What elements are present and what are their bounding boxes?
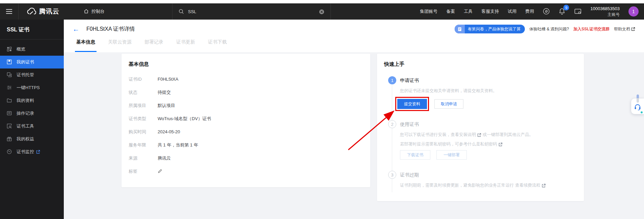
step-title: 申请证书: [400, 76, 584, 84]
tab-deploy-records[interactable]: 部署记录: [143, 39, 165, 52]
external-link-icon[interactable]: [542, 184, 546, 188]
join-group-link[interactable]: 加入SSL证书交流群: [573, 26, 610, 32]
tab-basic-info[interactable]: 基本信息: [75, 39, 97, 52]
basic-info-title: 基本信息: [122, 54, 370, 67]
step-cert-expiry: 3 证书过期 证书到期前，需要及时续费更新，避免影响您的业务正常运行 查看续费流…: [388, 171, 584, 188]
sidebar-item-operation-log[interactable]: 操作记录: [0, 107, 64, 120]
console-link[interactable]: 控制台: [84, 8, 105, 15]
tab-bar: 基本信息 关联云资源 部署记录 证书更新 证书下载: [64, 39, 644, 52]
brand-name: 腾讯云: [39, 7, 59, 16]
account-type: 主账号: [590, 12, 620, 17]
tab-associated-resources[interactable]: 关联云资源: [107, 39, 133, 52]
step-desc: 若部署时提示需要私钥密码，可参考什么是私钥密码: [400, 141, 584, 147]
download-cert-button[interactable]: 下载证书: [400, 150, 430, 160]
info-row-cert-id: 证书ID F0HLStXA: [129, 73, 370, 86]
tab-cert-download[interactable]: 证书下载: [207, 39, 228, 52]
one-click-deploy-button[interactable]: 一键部署: [436, 150, 467, 160]
quick-start-card: 快速上手 1 申请证书 您的证书还未提交相关申请资料，请提交相关资料。 提交资料…: [377, 54, 584, 201]
info-row-service-years: 服务年限 共 1 年，当前第 1 年: [129, 138, 370, 152]
nav-tools[interactable]: 工具: [464, 8, 473, 15]
grid-icon: [7, 47, 12, 52]
survey-banner[interactable]: 有奖问卷，产品体验您说了算: [455, 25, 525, 33]
float-widget-handle[interactable]: [637, 94, 639, 103]
info-row-project: 所属项目 默认项目: [129, 99, 370, 112]
annotation-highlight-box: 提交资料: [395, 97, 429, 111]
sidebar-item-my-certificates[interactable]: 我的证书: [0, 56, 64, 69]
sidebar-item-my-benefits[interactable]: 我的权益: [0, 133, 64, 145]
tencent-cloud-logo[interactable]: 腾讯云: [27, 7, 59, 16]
cloud-logo-icon: [27, 8, 36, 15]
nav-icp[interactable]: 备案: [446, 8, 455, 15]
step-title: 证书过期: [400, 171, 584, 179]
nav-billing[interactable]: 费用: [525, 8, 534, 15]
step-desc: 证书到期前，需要及时续费更新，避免影响您的业务正常运行 查看续费流程: [400, 183, 584, 188]
sidebar-item-cert-hosting[interactable]: 证书托管: [0, 69, 64, 81]
sidebar-item-my-profile[interactable]: 我的资料: [0, 94, 64, 107]
step-title: 使用证书: [400, 120, 584, 128]
survey-banner-text: 有奖问卷，产品体验您说了算: [465, 26, 525, 32]
account-id: 100036853503: [590, 6, 620, 12]
folder-icon: [7, 98, 12, 103]
sidebar-item-one-click-https[interactable]: 一键HTTPS: [0, 81, 64, 94]
sidebar-title: SSL 证书: [0, 20, 64, 39]
account-info[interactable]: 100036853503 主账号: [590, 6, 620, 17]
quick-start-title: 快速上手: [377, 54, 584, 67]
feedback-text: 体验吐槽 & 遇到问题?: [529, 26, 569, 32]
external-link-icon[interactable]: [477, 133, 481, 137]
step-desc: 您的证书还未提交相关申请资料，请提交相关资料。: [400, 88, 584, 94]
sidebar-item-overview[interactable]: 概览: [0, 43, 64, 56]
info-row-source: 来源 腾讯云: [129, 152, 370, 165]
nav-group-account[interactable]: 集团账号: [420, 8, 437, 15]
content-area: ← F0HLStXA 证书详情 有奖问卷，产品体验您说了算 体验吐槽 & 遇到问…: [64, 20, 644, 219]
sliders-icon: [7, 85, 12, 90]
step-apply-cert: 1 申请证书 您的证书还未提交相关申请资料，请提交相关资料。 提交资料 取消申请: [388, 76, 584, 120]
info-row-purchase-date: 购买时间 2024-05-20: [129, 125, 370, 138]
benefits-icon: [7, 136, 12, 142]
navbar-divider: [18, 3, 19, 20]
avatar[interactable]: 1: [628, 6, 639, 17]
step-use-cert: 2 使用证书 您可以下载证书进行安装，查看安装说明 或一键部署到其他云产品。 若…: [388, 120, 584, 171]
hamburger-menu-icon[interactable]: [0, 3, 18, 20]
sidebar-item-cert-tools[interactable]: 证书工具: [0, 120, 64, 133]
home-icon: [84, 9, 89, 14]
monitor-gauge-icon: [7, 149, 12, 155]
global-search[interactable]: SSL: [172, 3, 331, 20]
cancel-application-button[interactable]: 取消申请: [434, 99, 463, 109]
search-clear-icon[interactable]: [319, 9, 324, 14]
edit-pencil-icon[interactable]: [158, 169, 162, 173]
step-desc: 您可以下载证书进行安装，查看安装说明 或一键部署到其他云产品。: [400, 132, 584, 138]
search-input[interactable]: SSL: [188, 9, 319, 14]
sidebar-item-cert-monitor[interactable]: 证书监控: [0, 145, 64, 158]
sidebar: SSL 证书 概览 我的证书 证书托管: [0, 20, 64, 219]
top-navbar: 腾讯云 控制台 SSL 集团账号 备案 工具 客服支持 试用 费用 9: [0, 3, 644, 20]
online-status-dot: [641, 111, 643, 113]
help-doc-link[interactable]: 帮助文档: [614, 26, 635, 32]
external-link-icon[interactable]: [499, 142, 503, 146]
nav-trial[interactable]: 试用: [508, 8, 516, 15]
submit-materials-button[interactable]: 提交资料: [397, 99, 427, 109]
hosting-icon: [7, 72, 12, 78]
external-link-icon: [631, 27, 635, 31]
search-icon: [179, 9, 184, 14]
step-number: 1: [388, 76, 396, 84]
info-row-cert-type: 证书类型 WoTrus-域名型（DV）证书: [129, 112, 370, 125]
customer-service-icon[interactable]: [634, 104, 641, 110]
history-icon: [7, 111, 12, 116]
browser-top-strip: [0, 0, 644, 3]
survey-doc-icon: [455, 25, 465, 33]
notifications-bell-icon[interactable]: 9: [559, 8, 565, 15]
back-arrow-icon[interactable]: ←: [73, 26, 79, 32]
step-number: 3: [388, 171, 396, 179]
nav-support[interactable]: 客服支持: [481, 8, 499, 15]
info-row-status: 状态 待提交: [129, 86, 370, 99]
feedback-circle-icon[interactable]: [543, 8, 550, 15]
feedback-float-widget[interactable]: [631, 99, 644, 114]
basic-info-card: 基本信息 证书ID F0HLStXA 状态 待提交 所属项目 默认项目: [122, 54, 370, 187]
cert-tools-icon: [7, 124, 12, 129]
certificate-icon: [7, 59, 12, 65]
tab-cert-renewal[interactable]: 证书更新: [175, 39, 196, 52]
content-header: ← F0HLStXA 证书详情 有奖问卷，产品体验您说了算 体验吐槽 & 遇到问…: [64, 20, 644, 52]
page-title: F0HLStXA 证书详情: [86, 26, 135, 33]
external-link-icon: [36, 150, 40, 154]
console-settings-icon[interactable]: [574, 8, 582, 15]
